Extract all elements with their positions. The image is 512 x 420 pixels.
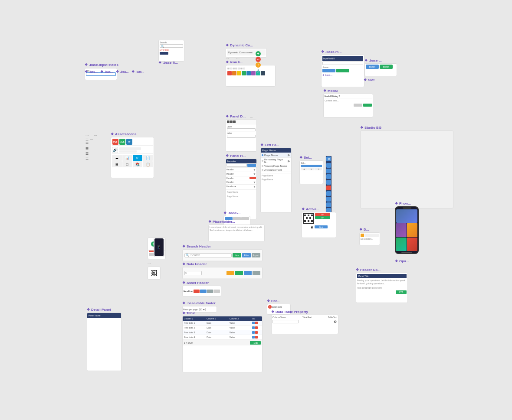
left-pa-label: Left Pa... bbox=[260, 143, 279, 147]
plus-button[interactable]: + bbox=[256, 51, 261, 56]
input-states-label: .base-input states bbox=[89, 63, 118, 67]
dots-menu-left-1[interactable]: ... bbox=[85, 132, 89, 137]
page-dot-3 bbox=[262, 165, 263, 167]
asset-header-label: Asset Header bbox=[182, 281, 209, 285]
search-header-card[interactable]: 🔍 Search... New Filter Export bbox=[182, 249, 263, 261]
word-icon: W bbox=[126, 139, 132, 145]
panel-btn-5[interactable] bbox=[326, 180, 331, 185]
panel-btn-1[interactable]: ⊕ bbox=[326, 156, 331, 161]
dots-small-3[interactable]: ... bbox=[148, 260, 151, 264]
table-add-btn[interactable]: + Add bbox=[250, 341, 261, 345]
asset-header-card-2[interactable]: Headline bbox=[182, 286, 221, 296]
dots-set[interactable]: ... bbox=[299, 151, 303, 155]
minus-button[interactable]: ← bbox=[256, 57, 261, 62]
bas-label-1: .bas... bbox=[85, 70, 98, 74]
base-m-card[interactable]: InputField II .base-... ❖ .base-... bbox=[321, 55, 364, 87]
panel-btn-6[interactable] bbox=[326, 186, 331, 190]
search-export-btn[interactable]: Export bbox=[252, 253, 260, 257]
table-card[interactable]: Column 1 Column 2 Column 3 Act Row data … bbox=[182, 316, 263, 372]
inpu-card-group-3[interactable]: Search... 🔍 Error text bbox=[158, 40, 184, 62]
panel-h-card[interactable]: Header Header ▼ Header ▼ Header Header ▼… bbox=[226, 159, 257, 219]
detail-panel-right[interactable]: Panel Name bbox=[87, 313, 121, 371]
dynamic-co-label: Dynamic Co... bbox=[226, 43, 253, 47]
search-filter-btn[interactable]: Filter bbox=[242, 253, 251, 257]
page-row-3[interactable]: ViewingPage Name bbox=[261, 164, 291, 168]
table-row[interactable]: Row data 4 Data Value bbox=[183, 335, 262, 340]
left-pa-card[interactable]: Page Name Page Name ▶ Renaming Page N...… bbox=[260, 148, 292, 213]
expand-icon-4[interactable]: ▼ bbox=[253, 185, 256, 188]
table-label: Table bbox=[182, 311, 195, 315]
rows-select[interactable]: 10 ▼ bbox=[199, 308, 206, 311]
panel-btn-3[interactable] bbox=[326, 169, 331, 173]
ah2-btn-3[interactable] bbox=[207, 290, 213, 293]
table-row[interactable]: Row data 3 Data Value bbox=[183, 330, 262, 335]
page-row-2[interactable]: Renaming Page N... ▶ bbox=[261, 158, 291, 164]
phone-mini-card[interactable]: 📱 bbox=[154, 238, 164, 257]
phone-mockup bbox=[395, 206, 419, 254]
panel-btn-2[interactable] bbox=[326, 163, 331, 168]
bas-label-2: .bas... bbox=[100, 70, 113, 74]
d-card[interactable]: Description... bbox=[359, 232, 380, 245]
panel-h-label: Panel H... bbox=[226, 154, 246, 158]
edit-icon bbox=[227, 120, 230, 123]
orange-button[interactable]: ↕ bbox=[256, 62, 261, 68]
panel-btn-9[interactable] bbox=[326, 202, 331, 207]
panel-btn-8[interactable] bbox=[326, 197, 331, 202]
sidebar-icon-row-4: ☰ bbox=[85, 152, 97, 156]
data-table-prop-card[interactable]: ColumnName TableText TableText ⚙ bbox=[271, 315, 338, 334]
cloud-icon: ☁ bbox=[112, 155, 122, 161]
panel-btn-7[interactable] bbox=[326, 191, 331, 196]
search-new-btn[interactable]: New bbox=[233, 253, 241, 257]
activa-card[interactable]: Off On 🖥 Link bbox=[302, 212, 336, 238]
page-dot-2 bbox=[262, 160, 263, 162]
data-header-card[interactable]: $ bbox=[182, 267, 263, 279]
panel-header-1: Header bbox=[226, 159, 256, 163]
assets-icons-card[interactable]: PDF XLS W 🔊 ☁ 📊 SF 📄 ⊞ □ 📚 📋 bbox=[111, 137, 154, 178]
dots-set-2[interactable]: ... bbox=[304, 151, 307, 155]
speaker-icon: 🔊 bbox=[112, 147, 118, 153]
icon-card-2[interactable]: 🖼 bbox=[148, 267, 161, 280]
data-header-blue-btn[interactable] bbox=[244, 271, 252, 275]
expand-icon-3[interactable]: ▼ bbox=[253, 181, 256, 184]
base-dash-card[interactable]: Button Button bbox=[364, 63, 397, 76]
dots-right-1[interactable]: ... bbox=[325, 151, 329, 155]
book-icon: 📚 bbox=[133, 161, 143, 167]
ah2-btn-4[interactable] bbox=[213, 290, 220, 293]
header-co-card[interactable]: Panel Title Fueling your operations. Let… bbox=[356, 273, 408, 303]
modal-card-2[interactable]: Modal Dialog 2 Content area... bbox=[323, 94, 373, 117]
page-row-1[interactable]: Page Name ▶ bbox=[261, 153, 291, 158]
base-dash-label: .base-... bbox=[364, 59, 382, 62]
data-header-gray-btn[interactable] bbox=[253, 271, 260, 275]
dots-menu-left-2[interactable]: ... bbox=[94, 132, 98, 137]
table-row[interactable]: Row data 1 Data Value bbox=[183, 321, 262, 326]
page-row-4[interactable]: Announcement bbox=[261, 168, 291, 172]
header-co-label: Header Co... bbox=[356, 268, 381, 272]
placeholder-card[interactable]: Lorem ipsum dolor sit amet, consectetur … bbox=[208, 225, 265, 242]
document-icon: 📄 bbox=[143, 155, 153, 161]
base-table-footer-label: .base-table footer bbox=[182, 301, 216, 305]
table-row[interactable]: Row data 2 Data Value bbox=[183, 326, 262, 330]
set-card[interactable]: Set... A B C bbox=[299, 160, 323, 184]
data-header-orange-btn[interactable] bbox=[226, 271, 234, 275]
icon-b-card[interactable]: ⊞⊞⊞⊞⊞ ⊞⊞ bbox=[226, 65, 276, 87]
set-label: Set... bbox=[299, 156, 312, 160]
panel-d-label: Panel D... bbox=[226, 114, 246, 118]
panel-btn-4[interactable] bbox=[326, 174, 331, 179]
expand-icon-1[interactable]: ▼ bbox=[253, 168, 256, 171]
slot-label: Slot bbox=[364, 78, 374, 82]
expand-icon-2[interactable]: ▼ bbox=[253, 173, 256, 176]
sidebar-icon-row-1: ☰— bbox=[85, 137, 97, 141]
data-header-green-btn[interactable] bbox=[235, 271, 243, 275]
assets-icons-label: Assets/Icons bbox=[111, 132, 136, 136]
salesforce-icon: SF bbox=[133, 155, 143, 161]
settings-icon[interactable]: ⚙ bbox=[333, 319, 337, 324]
studio-bg-label: Studio BG bbox=[360, 126, 381, 130]
ah2-btn-1[interactable] bbox=[194, 290, 200, 293]
header-co-btn[interactable]: CTA bbox=[396, 290, 407, 294]
sidebar-icon-row-5: ☰ bbox=[85, 156, 97, 160]
grid-icon: ⊞ bbox=[112, 161, 122, 167]
activa-label: Activa... bbox=[302, 207, 319, 211]
ah2-btn-2[interactable] bbox=[200, 290, 207, 293]
panel-d-card[interactable]: Label Label bbox=[226, 119, 257, 152]
dots-panel-d[interactable]: ... bbox=[250, 114, 253, 118]
